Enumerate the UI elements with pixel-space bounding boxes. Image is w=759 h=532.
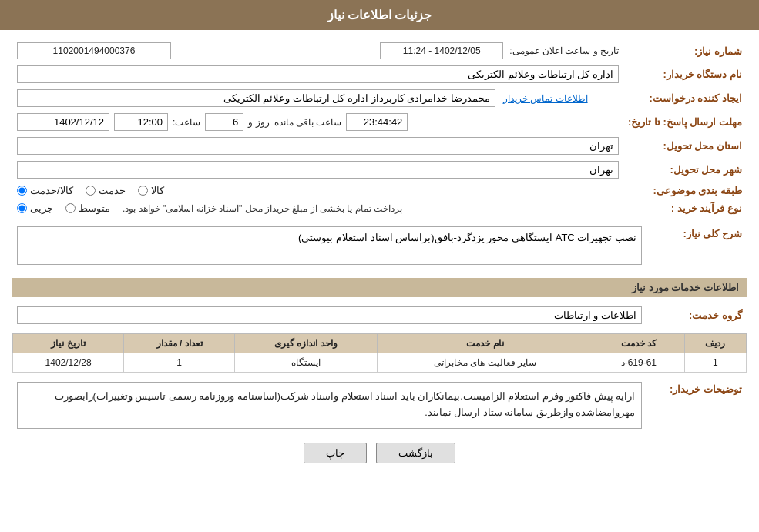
remaining-time (346, 113, 408, 131)
purchase-medium-radio[interactable] (65, 203, 76, 213)
city-label: شهر محل تحویل: (623, 158, 747, 182)
col-date: تاریخ نیاز (13, 334, 124, 353)
cell-code: 619-61-د (593, 353, 684, 373)
buyer-comment-box: ارایه پیش فاکتور وفرم استعلام الزامیست.ب… (17, 382, 642, 429)
cell-unit: ایستگاه (235, 353, 377, 373)
page-header: جزئیات اطلاعات نیاز (0, 0, 759, 30)
button-row: بازگشت چاپ (12, 443, 747, 463)
purchase-type-label: نوع فرآیند خرید : (623, 199, 747, 217)
need-desc-label: شرح کلی نیاز: (646, 223, 747, 270)
services-table: ردیف کد خدمت نام خدمت واحد اندازه گیری ت… (12, 333, 747, 373)
purchase-minor-radio[interactable] (17, 203, 27, 213)
time-input (114, 113, 168, 131)
category-both-item[interactable]: کالا/خدمت (17, 185, 73, 196)
col-code: کد خدمت (593, 334, 684, 353)
services-section-title: اطلاعات خدمات مورد نیاز (12, 278, 747, 297)
back-button[interactable]: بازگشت (376, 443, 455, 463)
purchase-medium-label: متوسط (79, 202, 110, 214)
category-service-label: خدمت (99, 185, 126, 196)
category-label: طبقه بندی موضوعی: (623, 182, 747, 199)
purchase-note: پرداخت تمام یا بخشی از مبلغ خریداز محل "… (123, 203, 402, 214)
service-group-input (17, 306, 642, 324)
col-qty: تعداد / مقدار (124, 334, 235, 353)
cell-name: سایر فعالیت های مخابراتی (377, 353, 593, 373)
creator-input (17, 89, 495, 107)
purchase-minor-item[interactable]: جزیی (17, 202, 53, 214)
need-number-value: 1102001494000376 (17, 42, 171, 59)
category-both-radio[interactable] (17, 186, 27, 196)
cell-qty: 1 (124, 353, 235, 373)
buyer-comment-label: توضیحات خریدار: (646, 379, 747, 432)
cell-date: 1402/12/28 (13, 353, 124, 373)
remaining-label: ساعت باقی مانده (274, 117, 342, 128)
need-number-label: شماره نیاز: (623, 39, 747, 62)
days-input (205, 113, 243, 131)
table-row: 1619-61-دسایر فعالیت های مخابراتیایستگاه… (13, 353, 747, 373)
category-service-radio[interactable] (86, 186, 96, 196)
category-service-item[interactable]: خدمت (86, 185, 126, 196)
contact-link[interactable]: اطلاعات تماس خریدار (503, 93, 588, 104)
col-name: نام خدمت (377, 334, 593, 353)
purchase-minor-label: جزیی (30, 202, 53, 214)
print-button[interactable]: چاپ (304, 443, 367, 463)
city-input (17, 161, 619, 179)
deadline-label: مهلت ارسال پاسخ: تا تاریخ: (623, 110, 747, 134)
time-label: ساعت: (173, 117, 200, 128)
province-input (17, 137, 619, 155)
creator-label: ایجاد کننده درخواست: (623, 86, 747, 110)
province-label: استان محل تحویل: (623, 134, 747, 158)
buyer-org-input[interactable] (17, 65, 619, 83)
purchase-medium-item[interactable]: متوسط (65, 202, 110, 214)
page-title: جزئیات اطلاعات نیاز (327, 8, 432, 22)
day-label: روز و (248, 117, 269, 128)
category-goods-item[interactable]: کالا (138, 185, 164, 196)
category-both-label: کالا/خدمت (30, 185, 73, 196)
service-group-label: گروه خدمت: (646, 303, 747, 327)
date-input (17, 113, 109, 131)
buyer-org-label: نام دستگاه خریدار: (623, 62, 747, 86)
cell-row: 1 (684, 353, 746, 373)
category-goods-radio[interactable] (138, 186, 148, 196)
announce-label: تاریخ و ساعت اعلان عمومی: (509, 45, 619, 56)
col-row: ردیف (684, 334, 746, 353)
category-goods-label: کالا (151, 185, 164, 196)
announce-value: 1402/12/05 - 11:24 (380, 42, 503, 59)
col-unit: واحد اندازه گیری (235, 334, 377, 353)
need-description-textarea[interactable]: نصب تجهیزات ATC ایستگاهی محور یزدگرد-باف… (17, 226, 642, 265)
